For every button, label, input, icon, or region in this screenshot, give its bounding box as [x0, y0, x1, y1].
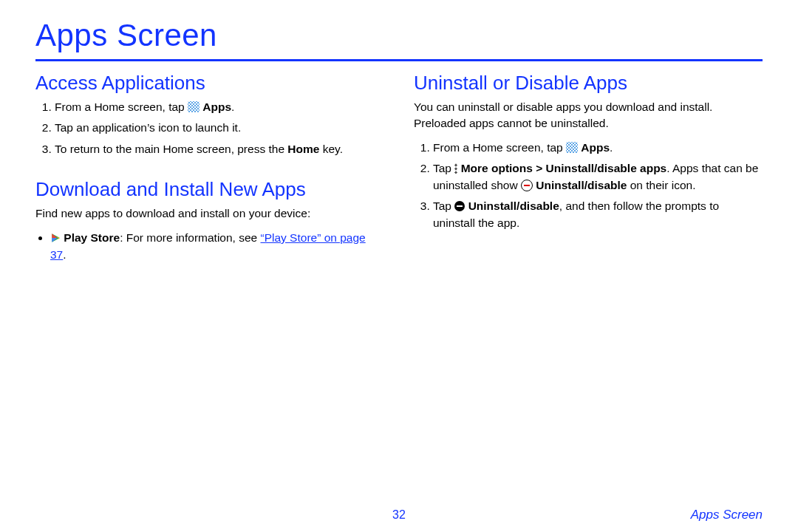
footer-caption: Apps Screen: [691, 508, 763, 522]
bold-text: Apps: [202, 100, 231, 113]
bold-text: Apps: [581, 141, 610, 154]
text: .: [63, 248, 66, 261]
text: key.: [323, 143, 343, 155]
list-item: From a Home screen, tap Apps.: [433, 140, 763, 156]
download-intro: Find new apps to download and install on…: [35, 205, 384, 222]
uninstall-solid-icon: [454, 201, 465, 211]
text: : For more information, see: [120, 231, 260, 244]
list-item: Play Store: For more information, see “P…: [50, 230, 384, 264]
uninstall-steps: From a Home screen, tap Apps. Tap More o…: [414, 140, 763, 231]
bold-text: Play Store: [64, 231, 120, 244]
download-list: Play Store: For more information, see “P…: [35, 230, 384, 264]
left-column: Access Applications From a Home screen, …: [35, 72, 384, 267]
list-item: Tap an application’s icon to launch it.: [55, 120, 384, 136]
bold-text: Uninstall/disable: [536, 179, 627, 191]
list-item: Tap Uninstall/disable, and then follow t…: [433, 198, 763, 231]
text: .: [231, 100, 234, 113]
text: From a Home screen, tap: [433, 141, 566, 154]
title-rule: [35, 59, 763, 61]
bold-text: More options > Uninstall/disable apps: [461, 162, 667, 174]
more-options-icon: [454, 163, 457, 174]
list-item: Tap More options > Uninstall/disable app…: [433, 160, 763, 194]
heading-access-applications: Access Applications: [35, 72, 384, 95]
bold-text: Home: [287, 143, 319, 155]
bold-text: Uninstall/disable: [468, 200, 559, 212]
list-item: From a Home screen, tap Apps.: [55, 99, 384, 115]
text: on their icon.: [627, 179, 695, 191]
text: To return to the main Home screen, press…: [55, 143, 287, 155]
access-apps-steps: From a Home screen, tap Apps. Tap an app…: [35, 99, 384, 157]
text: Tap: [433, 162, 454, 174]
play-store-icon: [50, 230, 61, 246]
apps-grid-icon: [566, 142, 578, 153]
right-column: Uninstall or Disable Apps You can uninst…: [414, 72, 763, 267]
page-number: 32: [392, 508, 406, 522]
list-item: To return to the main Home screen, press…: [55, 141, 384, 157]
text: Tap: [433, 200, 454, 212]
page-title: Apps Screen: [35, 18, 763, 53]
heading-uninstall-disable: Uninstall or Disable Apps: [414, 72, 763, 95]
uninstall-intro: You can uninstall or disable apps you do…: [414, 99, 763, 132]
text: .: [610, 141, 613, 154]
uninstall-outline-icon: [521, 180, 533, 191]
apps-grid-icon: [188, 101, 200, 112]
text: From a Home screen, tap: [55, 100, 188, 113]
heading-download-install: Download and Install New Apps: [35, 178, 384, 201]
